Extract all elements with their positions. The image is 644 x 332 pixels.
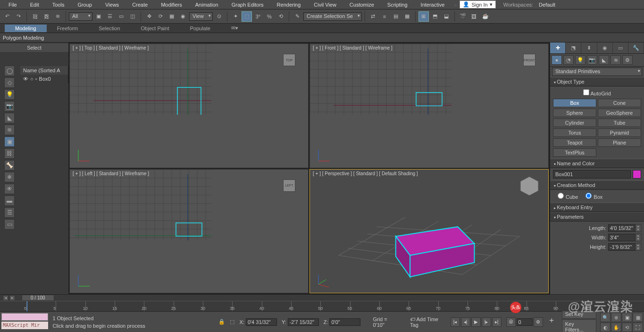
isolate-icon[interactable]: ⬚	[230, 319, 234, 325]
freeze-icon[interactable]: ○	[30, 76, 33, 82]
time-slider[interactable]: ◂▸ 0 / 100	[0, 294, 644, 301]
display-shapes-icon[interactable]: ◇	[4, 77, 15, 88]
primitive-plane[interactable]: Plane	[598, 138, 641, 147]
select-window-button[interactable]: ◫	[127, 11, 138, 22]
viewport-front-label[interactable]: [ + ] [ Front ] [ Standard ] [ Wireframe…	[313, 45, 393, 51]
rollout-object-type[interactable]: Object Type	[550, 77, 644, 86]
motion-tab[interactable]: ◉	[597, 43, 613, 53]
menu-interactive[interactable]: Interactive	[414, 1, 452, 9]
display-tab[interactable]: ▭	[613, 43, 628, 53]
create-tab[interactable]: ✚	[550, 43, 566, 53]
viewcube-top[interactable]: TOP	[277, 48, 301, 72]
menu-rendering[interactable]: Rendering	[270, 1, 308, 9]
edit-selset-button[interactable]: ✎	[292, 11, 302, 22]
rotate-button[interactable]: ⟳	[155, 11, 166, 22]
primitive-box[interactable]: Box	[553, 99, 596, 107]
next-key-btn[interactable]: ▸	[9, 295, 15, 301]
tree-item-box[interactable]: 👁 ○ ▫ Box0	[20, 75, 68, 83]
maxscript-listener[interactable]: MAXScript Mir	[1, 322, 48, 329]
schematic-button[interactable]: ⬒	[430, 11, 440, 22]
rollout-name-color[interactable]: Name and Color	[550, 159, 644, 168]
display-all-icon[interactable]: ☰	[4, 207, 15, 218]
zoom-extents-all-button[interactable]: ▦	[633, 313, 643, 322]
mirror-button[interactable]: ⇄	[368, 11, 378, 22]
viewport-persp-label[interactable]: [ + ] [ Perspective ] [ Standard ] [ Def…	[313, 171, 418, 176]
display-xrefs-icon[interactable]: ⛓	[4, 148, 15, 159]
systems-icon[interactable]: ⚙	[622, 55, 633, 65]
snap-toggle-button[interactable]: ⬚	[242, 11, 252, 22]
toggle-ribbon-button[interactable]: ▦	[402, 11, 412, 22]
placement-button[interactable]: ◉	[178, 11, 188, 22]
percent-snap-button[interactable]: %	[264, 11, 275, 22]
primitive-teapot[interactable]: Teapot	[553, 138, 596, 147]
goto-end-button[interactable]: ▸|	[492, 317, 502, 327]
current-frame-input[interactable]	[517, 318, 533, 326]
tree-header[interactable]: Name (Sorted A	[20, 66, 68, 75]
time-slider-label[interactable]: 0 / 100	[22, 295, 54, 301]
polygon-modeling-panel[interactable]: Polygon Modeling	[3, 35, 44, 41]
rollout-parameters[interactable]: Parameters	[550, 212, 644, 221]
cameras-icon[interactable]: 📷	[587, 55, 597, 65]
link-button[interactable]: ⛓	[30, 11, 40, 22]
ribbon-mail-icon[interactable]: ✉▾	[221, 24, 249, 32]
menu-civilview[interactable]: Civil View	[307, 1, 343, 9]
height-input[interactable]	[608, 243, 636, 251]
menu-modifiers[interactable]: Modifiers	[154, 1, 189, 9]
tab-objectpaint[interactable]: Object Paint	[131, 25, 180, 32]
x-input[interactable]	[246, 318, 277, 326]
display-lights-icon[interactable]: 💡	[4, 89, 15, 100]
zoom-extents-button[interactable]: ▣	[622, 313, 632, 322]
next-frame-button[interactable]: |▸	[482, 317, 491, 327]
zoom-button[interactable]: 🔍	[600, 313, 611, 322]
hierarchy-tab[interactable]: ⬍	[581, 43, 597, 53]
shapes-icon[interactable]: ◔	[563, 55, 574, 65]
display-groups-icon[interactable]: ▣	[4, 136, 15, 147]
viewport-top[interactable]: [ + ] [ Top ] [ Standard ] [ Wireframe ]…	[69, 43, 309, 168]
unlink-button[interactable]: ⛓̸	[41, 11, 51, 22]
primitive-geosphere[interactable]: GeoSphere	[598, 109, 641, 117]
select-name-button[interactable]: ☰	[105, 11, 115, 22]
add-time-tag[interactable]: 🏷 Add Time Tag	[410, 316, 444, 328]
spinner-snap-button[interactable]: ⟲	[276, 11, 286, 22]
viewport-left-label[interactable]: [ + ] [ Left ] [ Standard ] [ Wireframe …	[73, 171, 149, 176]
menu-tools[interactable]: Tools	[46, 1, 71, 9]
rollout-keyboard-entry[interactable]: Keyboard Entry	[550, 203, 644, 212]
display-container-icon[interactable]: ❄	[4, 172, 15, 182]
modify-tab[interactable]: ⬔	[566, 43, 581, 53]
display-cameras-icon[interactable]: 📷	[4, 101, 15, 111]
selection-filter-dropdown[interactable]: All	[69, 12, 92, 21]
object-color-swatch[interactable]	[633, 170, 641, 179]
display-bone-icon[interactable]: 🦴	[4, 160, 15, 170]
lock-icon[interactable]: 🔒	[218, 319, 225, 325]
menu-views[interactable]: Views	[99, 1, 125, 9]
bind-button[interactable]: ≋	[52, 11, 63, 22]
viewcube-left[interactable]: LEFT	[277, 173, 301, 198]
named-selset-dropdown[interactable]: Create Selection Se	[303, 12, 362, 21]
curve-editor-button[interactable]: ⊞	[418, 11, 429, 22]
menu-file[interactable]: File	[2, 1, 24, 9]
play-button[interactable]: ▶	[471, 317, 481, 327]
display-geometry-icon[interactable]: ◯	[4, 66, 15, 76]
menu-scripting[interactable]: Scripting	[381, 1, 414, 9]
display-helpers-icon[interactable]: ◣	[4, 113, 15, 123]
viewport-left[interactable]: [ + ] [ Left ] [ Standard ] [ Wireframe …	[69, 169, 309, 294]
fov-button[interactable]: ◐	[600, 323, 611, 332]
y-input[interactable]	[288, 318, 319, 326]
pivot-button[interactable]: ⊙	[214, 11, 224, 22]
move-button[interactable]: ✥	[144, 11, 154, 22]
viewport-front[interactable]: [ + ] [ Front ] [ Standard ] [ Wireframe…	[309, 43, 549, 168]
render-frame-button[interactable]: 🖼	[469, 11, 479, 22]
menu-customize[interactable]: Customize	[343, 1, 381, 9]
layer-button[interactable]: ▤	[391, 11, 401, 22]
prev-key-btn[interactable]: ◂	[3, 295, 8, 301]
redo-button[interactable]: ↷	[13, 11, 24, 22]
creation-cube-radio[interactable]: Cube	[558, 193, 578, 200]
rollout-creation-method[interactable]: Creation Method	[550, 180, 644, 190]
helpers-icon[interactable]: ◣	[599, 55, 609, 65]
viewcube-persp[interactable]	[517, 173, 542, 198]
eye-icon[interactable]: 👁	[23, 76, 28, 82]
viewport-perspective[interactable]: [ + ] [ Perspective ] [ Standard ] [ Def…	[309, 169, 549, 294]
display-spacewarps-icon[interactable]: ≋	[4, 125, 15, 135]
orbit-button[interactable]: ⟲	[622, 323, 632, 332]
manipulate-button[interactable]: ✦	[230, 11, 241, 22]
